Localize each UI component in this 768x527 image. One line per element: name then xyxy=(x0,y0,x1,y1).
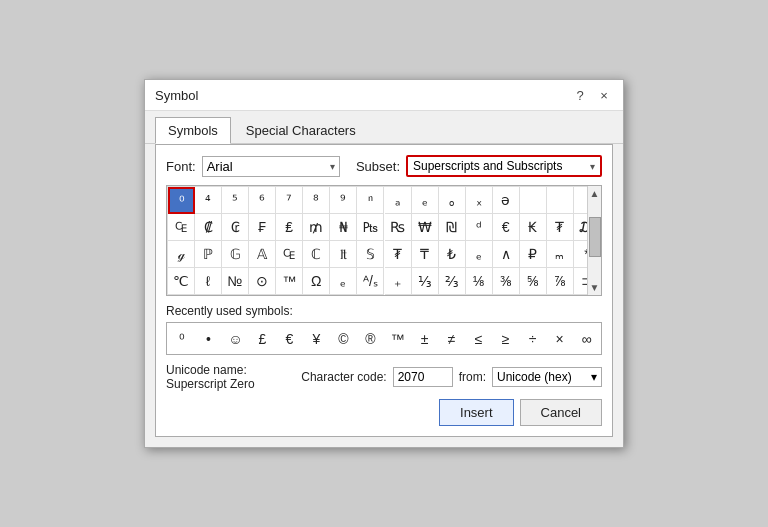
symbol-cell[interactable]: ⊙ xyxy=(249,268,276,295)
symbol-cell[interactable]: ⁷ xyxy=(276,187,303,214)
recently-used-cell[interactable]: © xyxy=(331,325,356,352)
subset-select-wrapper: Superscripts and Subscripts ▾ xyxy=(406,155,602,177)
symbol-cell[interactable]: ₘ xyxy=(547,241,574,268)
symbol-cell[interactable]: ₒ xyxy=(439,187,466,214)
symbol-cell[interactable]: ₑ xyxy=(466,241,493,268)
symbol-cell[interactable]: ⁴ xyxy=(195,187,222,214)
recently-used-cell[interactable]: ¥ xyxy=(304,325,329,352)
recently-used-label: Recently used symbols: xyxy=(166,304,602,318)
symbol-cell[interactable]: ℃ xyxy=(168,268,195,295)
symbol-cell[interactable]: Ω xyxy=(303,268,330,295)
symbol-cell[interactable]: ₓ xyxy=(466,187,493,214)
recently-used-cell[interactable]: £ xyxy=(250,325,275,352)
symbol-cell[interactable]: ₠ xyxy=(168,214,195,241)
symbol-cell[interactable] xyxy=(547,187,574,214)
symbol-cell[interactable]: ₤ xyxy=(276,214,303,241)
recently-used-cell[interactable]: • xyxy=(196,325,221,352)
recently-used-cell[interactable]: ⁰ xyxy=(169,325,194,352)
unicode-name-label: Unicode name: xyxy=(166,363,255,377)
symbol-grid: ⁰⁴⁵⁶⁷⁸⁹ⁿₐₑₒₓə₠₡₢₣₤₥₦₧₨₩₪ᵈ€₭₮₯ℊℙ𝔾𝔸₠ℂ₶𝕊₮₸₺… xyxy=(167,186,601,295)
symbol-cell[interactable]: ⁰ xyxy=(168,187,195,214)
recently-used-cell[interactable]: ® xyxy=(358,325,383,352)
symbol-cell[interactable]: ⁹ xyxy=(330,187,357,214)
scrollbar[interactable]: ▲ ▼ xyxy=(587,186,601,295)
from-label: from: xyxy=(459,370,486,384)
scrollbar-thumb[interactable] xyxy=(589,217,601,257)
symbol-cell[interactable]: ₡ xyxy=(195,214,222,241)
symbol-cell[interactable]: ₧ xyxy=(357,214,384,241)
symbol-cell[interactable]: € xyxy=(493,214,520,241)
font-select[interactable]: Arial ▾ xyxy=(202,156,340,177)
help-button[interactable]: ? xyxy=(571,86,589,104)
symbol-cell[interactable]: ₣ xyxy=(249,214,276,241)
close-button[interactable]: × xyxy=(595,86,613,104)
symbol-cell[interactable]: ⅞ xyxy=(547,268,574,295)
symbol-cell[interactable]: ℂ xyxy=(303,241,330,268)
symbol-cell[interactable]: 𝔸 xyxy=(249,241,276,268)
recently-used-cell[interactable]: ™ xyxy=(385,325,410,352)
char-code-input[interactable] xyxy=(393,367,453,387)
recently-used-cell[interactable]: € xyxy=(277,325,302,352)
symbol-cell[interactable]: ₨ xyxy=(385,214,412,241)
symbol-cell[interactable]: 𝕊 xyxy=(357,241,384,268)
symbol-cell[interactable]: ₑ xyxy=(412,187,439,214)
symbol-cell[interactable]: ⁿ xyxy=(357,187,384,214)
symbol-cell[interactable]: ℊ xyxy=(168,241,195,268)
symbol-cell[interactable]: ₐ xyxy=(385,187,412,214)
unicode-name-block: Unicode name: Superscript Zero xyxy=(166,363,255,391)
symbol-cell[interactable]: ₶ xyxy=(330,241,357,268)
symbol-cell[interactable]: ə xyxy=(493,187,520,214)
symbol-cell[interactable]: ₩ xyxy=(412,214,439,241)
symbol-cell[interactable]: ₭ xyxy=(520,214,547,241)
symbol-cell[interactable]: ₽ xyxy=(520,241,547,268)
font-dropdown-arrow: ▾ xyxy=(330,161,335,172)
subset-select[interactable]: Superscripts and Subscripts ▾ xyxy=(409,158,599,174)
symbol-cell[interactable]: ₊ xyxy=(385,268,412,295)
recently-used-cell[interactable]: ∞ xyxy=(574,325,599,352)
recently-used-cell[interactable]: ÷ xyxy=(520,325,545,352)
symbol-cell[interactable]: ₪ xyxy=(439,214,466,241)
symbol-cell[interactable]: ⅜ xyxy=(493,268,520,295)
symbol-cell[interactable]: ᴬ/ₛ xyxy=(357,268,384,295)
from-select[interactable]: Unicode (hex) ▾ xyxy=(492,367,602,387)
symbol-cell[interactable]: ₮ xyxy=(385,241,412,268)
symbol-cell[interactable]: ⁵ xyxy=(222,187,249,214)
symbol-cell[interactable]: № xyxy=(222,268,249,295)
scroll-up-arrow[interactable]: ▲ xyxy=(588,186,602,201)
symbol-cell[interactable]: ₢ xyxy=(222,214,249,241)
tab-symbols[interactable]: Symbols xyxy=(155,117,231,144)
symbol-cell[interactable]: ℙ xyxy=(195,241,222,268)
symbol-cell[interactable]: ₥ xyxy=(303,214,330,241)
title-bar-controls: ? × xyxy=(571,86,613,104)
symbol-cell[interactable]: ₑ xyxy=(330,268,357,295)
recently-used-cell[interactable]: ≥ xyxy=(493,325,518,352)
recently-used-row: ⁰•☺£€¥©®™±≠≤≥÷×∞ xyxy=(166,322,602,355)
symbol-cell[interactable]: ⅓ xyxy=(412,268,439,295)
scroll-down-arrow[interactable]: ▼ xyxy=(588,280,602,295)
recently-used-cell[interactable]: ≤ xyxy=(466,325,491,352)
recently-used-cell[interactable]: × xyxy=(547,325,572,352)
symbol-cell[interactable]: ₠ xyxy=(276,241,303,268)
insert-button[interactable]: Insert xyxy=(439,399,514,426)
symbol-cell[interactable]: ₺ xyxy=(439,241,466,268)
symbol-cell[interactable]: ᵈ xyxy=(466,214,493,241)
recently-used-cell[interactable]: ≠ xyxy=(439,325,464,352)
recently-used-cell[interactable]: ± xyxy=(412,325,437,352)
recently-used-cell[interactable]: ☺ xyxy=(223,325,248,352)
symbol-cell[interactable]: ⁶ xyxy=(249,187,276,214)
symbol-cell[interactable]: 𝔾 xyxy=(222,241,249,268)
symbol-cell[interactable]: ™ xyxy=(276,268,303,295)
symbol-cell[interactable]: ⅛ xyxy=(466,268,493,295)
subset-dropdown-arrow: ▾ xyxy=(590,161,595,172)
symbol-cell[interactable]: ℓ xyxy=(195,268,222,295)
symbol-cell[interactable]: ⁸ xyxy=(303,187,330,214)
symbol-cell[interactable]: ⅔ xyxy=(439,268,466,295)
symbol-cell[interactable]: ₮ xyxy=(547,214,574,241)
symbol-cell[interactable]: ₦ xyxy=(330,214,357,241)
symbol-cell[interactable]: ∧ xyxy=(493,241,520,268)
tab-special-characters[interactable]: Special Characters xyxy=(233,117,369,143)
symbol-cell[interactable]: ⅝ xyxy=(520,268,547,295)
symbol-cell[interactable]: ₸ xyxy=(412,241,439,268)
symbol-cell[interactable] xyxy=(520,187,547,214)
cancel-button[interactable]: Cancel xyxy=(520,399,602,426)
